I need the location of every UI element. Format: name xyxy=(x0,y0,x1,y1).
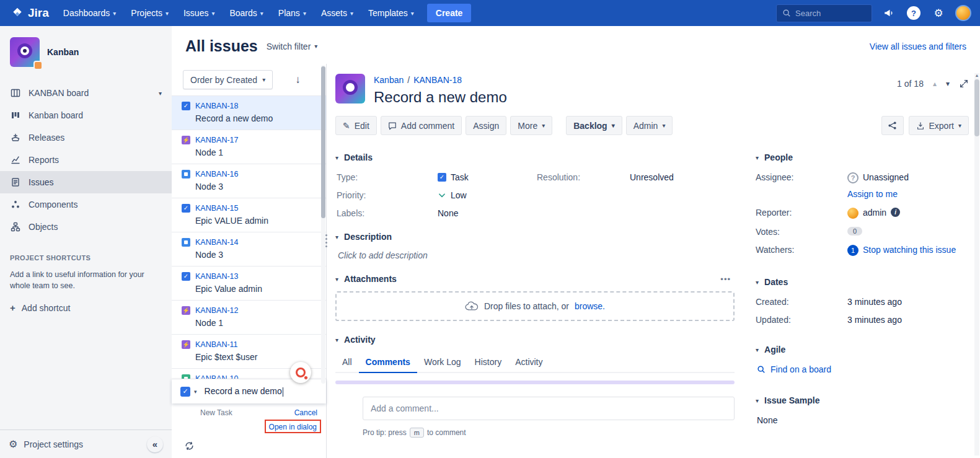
list-scrollbar-thumb[interactable] xyxy=(321,66,325,218)
inline-create-input[interactable]: Record a new demo xyxy=(205,386,283,397)
sidebar-item-kanban-board[interactable]: Kanban board xyxy=(0,104,172,126)
browse-link[interactable]: browse. xyxy=(575,301,605,311)
collapse-section-icon[interactable]: ▾ xyxy=(335,234,338,240)
refresh-icon[interactable] xyxy=(184,441,195,451)
window-scrollbar[interactable]: ▲ xyxy=(974,73,979,456)
assign-to-me-link[interactable]: Assign to me xyxy=(847,189,898,199)
reporter-row: Reporter: admini xyxy=(756,208,969,219)
nav-projects[interactable]: Projects▾ xyxy=(124,3,175,23)
nav-templates[interactable]: Templates▾ xyxy=(361,3,421,23)
share-button[interactable] xyxy=(881,116,904,135)
export-button[interactable]: Export ▾ xyxy=(909,116,969,135)
sort-direction-button[interactable]: ↓ xyxy=(295,74,301,86)
issue-type-selector[interactable]: ▾ xyxy=(194,389,197,395)
tab-comments[interactable]: Comments xyxy=(359,353,417,373)
issue-key[interactable]: KANBAN-13 xyxy=(195,272,238,281)
issue-key[interactable]: KANBAN-15 xyxy=(195,204,238,213)
user-avatar[interactable] xyxy=(955,5,971,21)
issue-list-item[interactable]: ✓KANBAN-13 Epic Value admin xyxy=(172,266,326,300)
collapse-section-icon[interactable]: ▾ xyxy=(335,337,338,343)
sidebar-item-components[interactable]: Components xyxy=(0,193,172,216)
nav-issues[interactable]: Issues▾ xyxy=(177,3,222,23)
sidebar-item-releases[interactable]: Releases xyxy=(0,126,172,149)
attachments-more-icon[interactable]: ••• xyxy=(720,275,731,284)
issue-key[interactable]: KANBAN-11 xyxy=(195,340,238,349)
tab-activity[interactable]: Activity xyxy=(508,353,549,372)
add-comment-button[interactable]: Add comment xyxy=(381,116,462,135)
expand-icon[interactable] xyxy=(959,79,969,89)
screen-recorder-indicator[interactable] xyxy=(290,362,311,383)
issue-list-item[interactable]: KANBAN-14 Node 3 xyxy=(172,232,326,266)
nav-boards[interactable]: Boards▾ xyxy=(223,3,270,23)
comment-input[interactable] xyxy=(363,397,735,420)
open-in-dialog-link[interactable]: Open in dialog xyxy=(269,423,317,431)
issue-summary: Node 3 xyxy=(195,250,316,260)
admin-button[interactable]: Admin▾ xyxy=(626,116,673,135)
nav-projects-label: Projects xyxy=(131,8,162,18)
help-icon[interactable]: ? xyxy=(906,5,922,21)
collapse-section-icon[interactable]: ▾ xyxy=(756,279,759,286)
shortcuts-title: PROJECT SHORTCUTS xyxy=(10,254,162,262)
collapse-section-icon[interactable]: ▾ xyxy=(335,276,338,283)
search-input[interactable] xyxy=(795,9,863,18)
votes-badge[interactable]: 0 xyxy=(847,227,862,236)
window-scrollbar-thumb[interactable] xyxy=(974,79,979,136)
scrollbar-up-arrow[interactable]: ▲ xyxy=(974,73,979,77)
nav-plans[interactable]: Plans▾ xyxy=(271,3,313,23)
issue-list-item[interactable]: ⚡KANBAN-17 Node 1 xyxy=(172,130,326,164)
watchers-badge[interactable]: 1 xyxy=(847,245,859,256)
description-placeholder[interactable]: Click to add description xyxy=(338,250,735,260)
attachments-dropzone[interactable]: Drop files to attach, or browse. xyxy=(335,291,735,321)
collapse-section-icon[interactable]: ▾ xyxy=(335,154,338,161)
collapse-sidebar-button[interactable]: « xyxy=(147,436,163,452)
sidebar-item-issues[interactable]: Issues xyxy=(0,171,172,193)
tab-all[interactable]: All xyxy=(335,353,359,372)
details-section: ▾ Details Type: ✓Task Resolution: Unreso… xyxy=(335,152,735,218)
issue-key[interactable]: KANBAN-17 xyxy=(195,136,238,144)
stop-watching-link[interactable]: Stop watching this issue xyxy=(863,245,969,255)
issue-key[interactable]: KANBAN-12 xyxy=(195,306,238,315)
breadcrumb-issue-link[interactable]: KANBAN-18 xyxy=(413,75,462,85)
order-by-dropdown[interactable]: Order by Created ▾ xyxy=(183,70,273,89)
more-button[interactable]: More▾ xyxy=(510,116,552,135)
issue-key[interactable]: KANBAN-16 xyxy=(195,170,238,178)
issue-list-item[interactable]: KANBAN-16 Node 3 xyxy=(172,164,326,198)
previous-issue-button[interactable]: ▴ xyxy=(933,79,937,88)
sidebar-item-board-switcher[interactable]: KANBAN board ▾ xyxy=(0,82,172,104)
tab-history[interactable]: History xyxy=(468,353,509,372)
issue-list-item[interactable]: ⚡KANBAN-12 Node 1 xyxy=(172,300,326,334)
next-issue-button[interactable]: ▾ xyxy=(946,79,950,88)
info-icon[interactable]: i xyxy=(891,208,900,217)
project-settings-button[interactable]: Project settings xyxy=(24,439,83,449)
project-avatar[interactable] xyxy=(10,37,40,67)
collapse-section-icon[interactable]: ▾ xyxy=(756,154,759,161)
nav-assets[interactable]: Assets▾ xyxy=(314,3,360,23)
tab-work-log[interactable]: Work Log xyxy=(417,353,468,372)
collapse-section-icon[interactable]: ▾ xyxy=(756,346,759,353)
add-shortcut-button[interactable]: + Add shortcut xyxy=(10,302,162,313)
assign-button[interactable]: Assign xyxy=(466,116,506,135)
edit-button[interactable]: ✎Edit xyxy=(335,116,377,135)
project-sidebar: Kanban KANBAN board ▾ Kanban board Relea… xyxy=(0,26,172,458)
view-all-issues-link[interactable]: View all issues and filters xyxy=(870,42,966,51)
nav-dashboards[interactable]: Dashboards▾ xyxy=(56,3,123,23)
issue-list-item[interactable]: ✓KANBAN-18 Record a new demo xyxy=(172,95,326,130)
switch-filter-dropdown[interactable]: Switch filter ▾ xyxy=(267,42,318,51)
breadcrumb-project-link[interactable]: Kanban xyxy=(374,75,404,85)
list-scrollbar[interactable] xyxy=(321,65,325,384)
issue-key[interactable]: KANBAN-14 xyxy=(195,238,238,247)
sidebar-item-reports[interactable]: Reports xyxy=(0,149,172,171)
issue-list-item[interactable]: ✓KANBAN-15 Epic VALUE admin xyxy=(172,198,326,232)
create-button[interactable]: Create xyxy=(427,4,472,22)
collapse-section-icon[interactable]: ▾ xyxy=(756,397,759,404)
cancel-link[interactable]: Cancel xyxy=(294,408,317,417)
sidebar-item-objects[interactable]: Objects xyxy=(0,216,172,238)
announcement-icon[interactable] xyxy=(881,5,897,21)
global-search[interactable] xyxy=(776,4,872,22)
jira-logo[interactable]: Jira xyxy=(9,6,55,20)
settings-gear-icon[interactable]: ⚙ xyxy=(930,5,947,21)
page-title: All issues xyxy=(185,37,258,55)
status-backlog-button[interactable]: Backlog▾ xyxy=(566,116,622,135)
issue-key[interactable]: KANBAN-18 xyxy=(195,102,238,110)
find-on-board-link[interactable]: Find on a board xyxy=(770,364,831,374)
